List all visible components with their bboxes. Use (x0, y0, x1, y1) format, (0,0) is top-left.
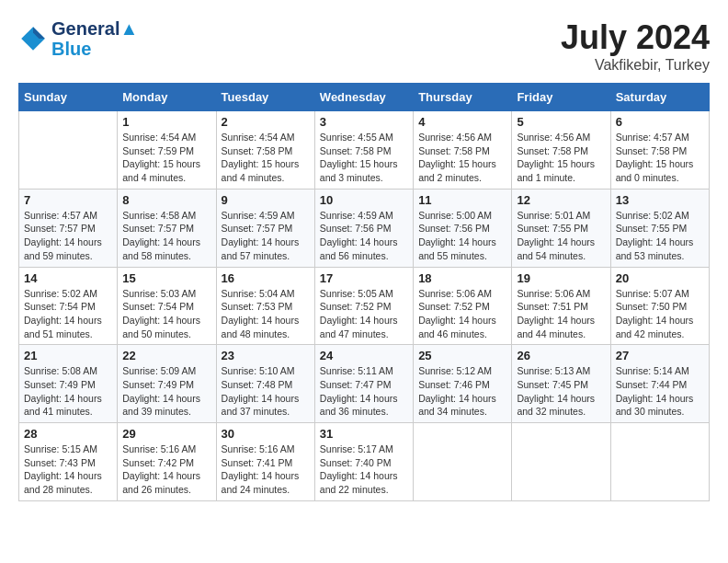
day-number: 9 (222, 193, 310, 207)
calendar-week-row: 1Sunrise: 4:54 AMSunset: 7:59 PMDaylight… (19, 111, 710, 190)
calendar-cell: 30Sunrise: 5:16 AMSunset: 7:41 PMDayligh… (216, 423, 314, 501)
weekday-header-friday: Friday (512, 84, 610, 111)
logo-text: General▲ (51, 18, 138, 39)
day-info: Sunrise: 5:04 AMSunset: 7:53 PMDaylight:… (222, 287, 310, 341)
day-number: 14 (24, 271, 112, 285)
day-number: 24 (320, 349, 408, 362)
day-info: Sunrise: 5:05 AMSunset: 7:52 PMDaylight:… (320, 287, 408, 341)
day-number: 12 (517, 193, 605, 207)
day-number: 3 (320, 115, 408, 129)
day-info: Sunrise: 5:15 AMSunset: 7:43 PMDaylight:… (24, 442, 112, 497)
calendar-cell: 21Sunrise: 5:08 AMSunset: 7:49 PMDayligh… (19, 345, 118, 423)
day-info: Sunrise: 5:08 AMSunset: 7:49 PMDaylight:… (24, 364, 112, 419)
day-number: 1 (122, 115, 210, 129)
day-info: Sunrise: 5:02 AMSunset: 7:54 PMDaylight:… (24, 287, 112, 341)
calendar-cell (610, 423, 709, 501)
logo: General▲ Blue (18, 18, 138, 59)
day-info: Sunrise: 5:13 AMSunset: 7:45 PMDaylight:… (517, 364, 605, 419)
calendar-cell: 6Sunrise: 4:57 AMSunset: 7:58 PMDaylight… (610, 111, 709, 190)
calendar-week-row: 7Sunrise: 4:57 AMSunset: 7:57 PMDaylight… (19, 189, 710, 267)
day-number: 23 (222, 349, 310, 362)
weekday-header-monday: Monday (118, 84, 216, 111)
logo-subtext: Blue (51, 39, 138, 59)
calendar-cell: 16Sunrise: 5:04 AMSunset: 7:53 PMDayligh… (216, 267, 314, 345)
calendar-cell: 1Sunrise: 4:54 AMSunset: 7:59 PMDaylight… (118, 111, 216, 190)
day-info: Sunrise: 5:11 AMSunset: 7:47 PMDaylight:… (320, 364, 408, 419)
page-header: General▲ Blue July 2024 Vakfikebir, Turk… (18, 18, 710, 74)
calendar-week-row: 28Sunrise: 5:15 AMSunset: 7:43 PMDayligh… (19, 423, 710, 501)
day-number: 20 (616, 271, 704, 285)
day-number: 13 (616, 193, 704, 207)
day-number: 2 (222, 115, 310, 129)
day-number: 26 (517, 349, 605, 362)
day-number: 22 (122, 349, 210, 362)
calendar-cell: 22Sunrise: 5:09 AMSunset: 7:49 PMDayligh… (118, 345, 216, 423)
calendar-cell: 29Sunrise: 5:16 AMSunset: 7:42 PMDayligh… (118, 423, 216, 501)
calendar-cell: 11Sunrise: 5:00 AMSunset: 7:56 PMDayligh… (414, 189, 512, 267)
calendar-cell: 4Sunrise: 4:56 AMSunset: 7:58 PMDaylight… (414, 111, 512, 190)
day-number: 30 (222, 427, 310, 441)
calendar-cell: 31Sunrise: 5:17 AMSunset: 7:40 PMDayligh… (314, 423, 413, 501)
calendar-cell: 7Sunrise: 4:57 AMSunset: 7:57 PMDaylight… (19, 189, 118, 267)
day-info: Sunrise: 5:01 AMSunset: 7:55 PMDaylight:… (517, 209, 605, 263)
calendar-cell: 14Sunrise: 5:02 AMSunset: 7:54 PMDayligh… (19, 267, 118, 345)
day-number: 7 (24, 193, 112, 207)
day-info: Sunrise: 4:54 AMSunset: 7:58 PMDaylight:… (222, 131, 310, 185)
day-number: 5 (517, 115, 605, 129)
calendar-cell: 26Sunrise: 5:13 AMSunset: 7:45 PMDayligh… (512, 345, 610, 423)
day-info: Sunrise: 5:12 AMSunset: 7:46 PMDaylight:… (418, 364, 506, 419)
day-number: 27 (616, 349, 704, 362)
day-info: Sunrise: 4:55 AMSunset: 7:58 PMDaylight:… (320, 131, 408, 185)
day-number: 16 (222, 271, 310, 285)
day-number: 29 (122, 427, 210, 441)
day-info: Sunrise: 5:14 AMSunset: 7:44 PMDaylight:… (616, 364, 704, 419)
day-number: 11 (418, 193, 506, 207)
calendar-cell: 8Sunrise: 4:58 AMSunset: 7:57 PMDaylight… (118, 189, 216, 267)
weekday-header-tuesday: Tuesday (216, 84, 314, 111)
calendar-week-row: 21Sunrise: 5:08 AMSunset: 7:49 PMDayligh… (19, 345, 710, 423)
calendar-cell: 20Sunrise: 5:07 AMSunset: 7:50 PMDayligh… (610, 267, 709, 345)
weekday-header-row: SundayMondayTuesdayWednesdayThursdayFrid… (19, 84, 710, 111)
calendar-cell (19, 111, 118, 190)
calendar-cell: 23Sunrise: 5:10 AMSunset: 7:48 PMDayligh… (216, 345, 314, 423)
day-info: Sunrise: 5:03 AMSunset: 7:54 PMDaylight:… (122, 287, 210, 341)
calendar-cell: 3Sunrise: 4:55 AMSunset: 7:58 PMDaylight… (314, 111, 413, 190)
calendar-cell: 25Sunrise: 5:12 AMSunset: 7:46 PMDayligh… (414, 345, 512, 423)
day-info: Sunrise: 5:10 AMSunset: 7:48 PMDaylight:… (222, 364, 310, 419)
day-number: 15 (122, 271, 210, 285)
calendar-cell: 28Sunrise: 5:15 AMSunset: 7:43 PMDayligh… (19, 423, 118, 501)
day-info: Sunrise: 5:16 AMSunset: 7:41 PMDaylight:… (222, 442, 310, 497)
day-number: 8 (122, 193, 210, 207)
calendar-cell: 24Sunrise: 5:11 AMSunset: 7:47 PMDayligh… (314, 345, 413, 423)
day-info: Sunrise: 5:00 AMSunset: 7:56 PMDaylight:… (418, 209, 506, 263)
day-number: 6 (616, 115, 704, 129)
location: Vakfikebir, Turkey (561, 57, 710, 74)
calendar-cell: 12Sunrise: 5:01 AMSunset: 7:55 PMDayligh… (512, 189, 610, 267)
calendar-cell: 19Sunrise: 5:06 AMSunset: 7:51 PMDayligh… (512, 267, 610, 345)
calendar-cell: 2Sunrise: 4:54 AMSunset: 7:58 PMDaylight… (216, 111, 314, 190)
day-info: Sunrise: 4:58 AMSunset: 7:57 PMDaylight:… (122, 209, 210, 263)
day-info: Sunrise: 4:57 AMSunset: 7:57 PMDaylight:… (24, 209, 112, 263)
calendar-cell (512, 423, 610, 501)
day-info: Sunrise: 4:59 AMSunset: 7:56 PMDaylight:… (320, 209, 408, 263)
day-info: Sunrise: 4:57 AMSunset: 7:58 PMDaylight:… (616, 131, 704, 185)
day-info: Sunrise: 5:09 AMSunset: 7:49 PMDaylight:… (122, 364, 210, 419)
day-number: 4 (418, 115, 506, 129)
logo-icon (18, 24, 48, 53)
calendar-cell: 15Sunrise: 5:03 AMSunset: 7:54 PMDayligh… (118, 267, 216, 345)
weekday-header-thursday: Thursday (414, 84, 512, 111)
calendar-cell: 18Sunrise: 5:06 AMSunset: 7:52 PMDayligh… (414, 267, 512, 345)
day-number: 19 (517, 271, 605, 285)
title-block: July 2024 Vakfikebir, Turkey (561, 18, 710, 74)
day-info: Sunrise: 5:16 AMSunset: 7:42 PMDaylight:… (122, 442, 210, 497)
day-number: 25 (418, 349, 506, 362)
calendar-cell: 17Sunrise: 5:05 AMSunset: 7:52 PMDayligh… (314, 267, 413, 345)
calendar-table: SundayMondayTuesdayWednesdayThursdayFrid… (18, 83, 710, 501)
weekday-header-sunday: Sunday (19, 84, 118, 111)
calendar-cell: 10Sunrise: 4:59 AMSunset: 7:56 PMDayligh… (314, 189, 413, 267)
calendar-cell (414, 423, 512, 501)
day-info: Sunrise: 4:56 AMSunset: 7:58 PMDaylight:… (517, 131, 605, 185)
day-number: 31 (320, 427, 408, 441)
calendar-cell: 5Sunrise: 4:56 AMSunset: 7:58 PMDaylight… (512, 111, 610, 190)
day-info: Sunrise: 5:06 AMSunset: 7:51 PMDaylight:… (517, 287, 605, 341)
